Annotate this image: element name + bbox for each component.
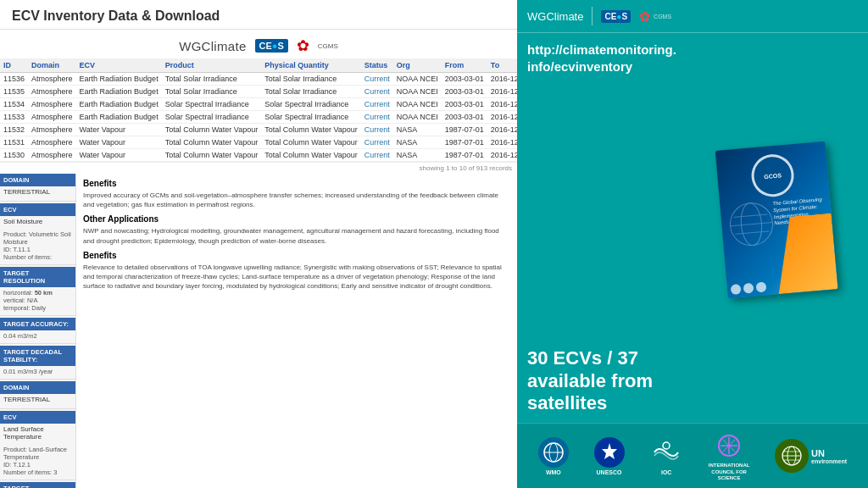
right-wgclimate-label: WGClimate xyxy=(527,10,583,23)
filter-value-acc1: 0.04 m3/m2 xyxy=(0,330,75,341)
table-cell: Total Solar Irradiance xyxy=(261,73,361,86)
table-cell: 11534 xyxy=(0,98,28,111)
col-product: Product xyxy=(162,58,262,73)
right-panel: WGClimate CE●S ✿ CGMS http://climatemoni… xyxy=(517,0,868,488)
ecv-count-text: 30 ECVs / 37 available from satellites xyxy=(527,347,676,414)
product-soil-info: Product: Volumetric Soil MoistureID: T.1… xyxy=(0,229,75,263)
cgms-icon: ✿ xyxy=(297,36,309,55)
right-ceos-badge: CE●S xyxy=(601,10,631,23)
table-cell: Water Vapour xyxy=(76,136,162,149)
col-to: To xyxy=(487,58,517,73)
table-cell: Total Column Water Vapour xyxy=(261,149,361,162)
table-header-row: ID Domain ECV Product Physical Quantity … xyxy=(0,58,517,73)
ecv-count-number: 30 ECVs / 37 xyxy=(527,347,638,369)
divider3 xyxy=(0,315,75,316)
table-cell: Solar Spectral Irradiance xyxy=(162,98,262,111)
table-row[interactable]: 11534AtmosphereEarth Radiation BudgetSol… xyxy=(0,98,517,111)
table-row[interactable]: 11531AtmosphereWater VapourTotal Column … xyxy=(0,136,517,149)
left-header: ECV Inventory Data & Download xyxy=(0,0,517,30)
table-cell: 2016-12-31 xyxy=(487,73,517,86)
url-text[interactable]: http://climatemonitoring.info/ecvinvento… xyxy=(527,42,676,76)
logo-icsu: INTERNATIONALCOUNCIL FORSCIENCE xyxy=(709,430,750,481)
table-cell: 11532 xyxy=(0,124,28,136)
svg-marker-8 xyxy=(602,443,617,459)
cgms-label: CGMS xyxy=(318,42,338,50)
table-cell: Solar Spectral Irradiance xyxy=(162,111,262,124)
table-cell: 2016-12-31 xyxy=(487,149,517,162)
filter-sidebar: DOMAIN TERRESTRIAL ECV Soil Moisture Pro… xyxy=(0,174,76,488)
table-cell: Current xyxy=(361,149,393,162)
table-cell: Total Column Water Vapour xyxy=(162,124,262,136)
filter-tag-domain1: DOMAIN xyxy=(0,174,75,186)
ceos-text: CE xyxy=(259,41,272,51)
table-cell: Total Column Water Vapour xyxy=(261,124,361,136)
divider2 xyxy=(0,264,75,265)
page-title: ECV Inventory Data & Download xyxy=(12,8,505,24)
benefits-text-2: Relevance to detailed observations of TO… xyxy=(83,263,510,291)
filter-tag-domain2: DOMAIN xyxy=(0,381,75,394)
right-header-divider xyxy=(592,7,593,25)
wgclimate-logo-row: WGClimate CE●S ✿ CGMS xyxy=(0,30,517,58)
table-row[interactable]: 11535AtmosphereEarth Radiation BudgetTot… xyxy=(0,86,517,98)
un-svg xyxy=(780,444,804,468)
table-cell: 2016-12-31 xyxy=(487,111,517,124)
icsu-text: INTERNATIONALCOUNCIL FORSCIENCE xyxy=(709,463,750,481)
icsu-icon xyxy=(712,430,746,461)
table-cell: 1987-07-01 xyxy=(442,136,487,149)
book-bottom-logo-3 xyxy=(755,281,766,292)
other-applications-text: NWP and nowcasting; Hydrological modelli… xyxy=(83,226,510,245)
svg-line-2 xyxy=(731,222,773,225)
table-cell: Current xyxy=(361,136,393,149)
ioc-icon xyxy=(649,437,683,468)
ecv-table: ID Domain ECV Product Physical Quantity … xyxy=(0,58,517,162)
table-row[interactable]: 11536AtmosphereEarth Radiation BudgetTot… xyxy=(0,73,517,86)
unesco-svg xyxy=(598,441,620,463)
svg-point-9 xyxy=(663,442,670,449)
table-cell: 2016-12-31 xyxy=(487,98,517,111)
benefits-title-2: Benefits xyxy=(83,251,510,260)
filter-value-domain1: TERRESTRIAL xyxy=(0,186,75,199)
table-cell: 11533 xyxy=(0,111,28,124)
table-cell: Total Column Water Vapour xyxy=(162,136,262,149)
table-cell: Atmosphere xyxy=(28,136,76,149)
col-id: ID xyxy=(0,58,28,73)
table-cell: Current xyxy=(361,124,393,136)
divider5 xyxy=(0,379,75,380)
table-cell: 11536 xyxy=(0,73,28,86)
col-ecv: ECV xyxy=(76,58,162,73)
logo-unesco: UNESCO xyxy=(594,437,625,475)
filter-tag-res2: TARGET RESOLUTION xyxy=(0,482,75,488)
table-cell: Atmosphere xyxy=(28,86,76,98)
right-header: WGClimate CE●S ✿ CGMS xyxy=(517,0,868,33)
filter-value-domain2: TERRESTRIAL xyxy=(0,394,75,407)
table-row[interactable]: 11532AtmosphereWater VapourTotal Column … xyxy=(0,124,517,136)
filter-tag-stab1: TARGET DECADAL STABILITY: xyxy=(0,346,75,366)
svg-line-4 xyxy=(735,231,769,234)
filter-value-res1: horizontal: 50 kmvertical: N/Atemporal: … xyxy=(0,287,75,313)
table-row[interactable]: 11530AtmosphereWater VapourTotal Column … xyxy=(0,149,517,162)
table-cell: 2003-03-01 xyxy=(442,86,487,98)
other-applications-title: Other Applications xyxy=(83,214,510,224)
table-cell: Earth Radiation Budget xyxy=(76,73,162,86)
table-cell: NASA xyxy=(393,149,442,162)
col-status: Status xyxy=(361,58,393,73)
book-logo-text: GCOS xyxy=(764,172,782,180)
svg-line-3 xyxy=(734,214,768,217)
table-cell: Atmosphere xyxy=(28,124,76,136)
ceos-badge: CE●S xyxy=(255,39,288,53)
ecv-count-sub: available from satellites xyxy=(527,370,653,413)
table-cell: Atmosphere xyxy=(28,149,76,162)
book-bottom-logos xyxy=(731,281,767,295)
un-label: UN xyxy=(811,448,847,458)
table-cell: Current xyxy=(361,98,393,111)
table-cell: Total Column Water Vapour xyxy=(261,136,361,149)
table-cell: Solar Spectral Irradiance xyxy=(261,98,361,111)
table-cell: Earth Radiation Budget xyxy=(76,86,162,98)
filter-tag-ecv2: ECV xyxy=(0,411,75,424)
table-cell: Current xyxy=(361,111,393,124)
logos-row: WMO UNESCO IOC xyxy=(517,423,868,488)
table-row[interactable]: 11533AtmosphereEarth Radiation BudgetSol… xyxy=(0,111,517,124)
table-cell: Water Vapour xyxy=(76,149,162,162)
table-cell: Earth Radiation Budget xyxy=(76,98,162,111)
table-cell: Atmosphere xyxy=(28,98,76,111)
